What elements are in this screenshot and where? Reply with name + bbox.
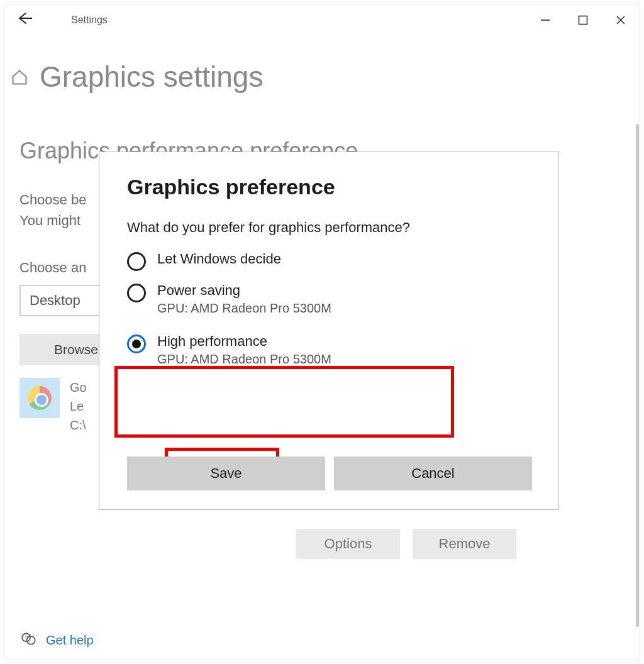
app-preference: Le: [70, 397, 87, 416]
svg-point-5: [27, 636, 35, 645]
radio-label: Power saving: [157, 282, 331, 299]
minimize-button[interactable]: [526, 8, 564, 33]
options-button[interactable]: Options: [296, 529, 400, 559]
close-button[interactable]: [602, 8, 640, 33]
desc-line-1: Choose be: [19, 192, 86, 208]
dropdown-value: Desktop: [30, 292, 80, 309]
app-name: Go: [70, 378, 87, 397]
radio-label: High performance: [157, 333, 331, 350]
svg-text:?: ?: [25, 634, 28, 641]
app-actions: Options Remove: [296, 529, 516, 559]
app-path: C:\: [70, 416, 87, 434]
radio-label: Let Windows decide: [157, 251, 281, 267]
dialog-title: Graphics preference: [127, 175, 531, 199]
svg-rect-1: [579, 16, 587, 25]
radio-power-saving[interactable]: Power saving GPU: AMD Radeon Pro 5300M: [127, 282, 531, 316]
radio-sublabel: GPU: AMD Radeon Pro 5300M: [157, 301, 331, 316]
radio-high-performance[interactable]: High performance GPU: AMD Radeon Pro 530…: [127, 333, 531, 367]
browse-button-label: Browse: [54, 342, 98, 357]
cancel-button-label: Cancel: [411, 465, 454, 482]
back-button[interactable]: [12, 11, 37, 30]
cancel-button[interactable]: Cancel: [334, 456, 532, 490]
get-help-link[interactable]: ? Get help: [21, 631, 94, 650]
settings-window: Settings Graphics settings Graphics perf…: [4, 4, 640, 660]
get-help-label[interactable]: Get help: [46, 633, 94, 648]
radio-sublabel: GPU: AMD Radeon Pro 5300M: [157, 352, 331, 367]
remove-button-label: Remove: [439, 536, 491, 552]
radio-group: Let Windows decide Power saving GPU: AMD…: [127, 251, 531, 367]
maximize-button[interactable]: [564, 8, 602, 33]
page-title: Graphics settings: [40, 60, 263, 94]
titlebar: Settings: [4, 4, 640, 36]
chrome-icon: [19, 378, 60, 418]
highlight-selected-option: [114, 366, 454, 438]
help-icon: ?: [21, 631, 37, 650]
window-title: Settings: [71, 14, 108, 26]
home-icon[interactable]: [11, 69, 28, 89]
dialog-question: What do you prefer for graphics performa…: [127, 219, 531, 236]
dialog-buttons: Save Cancel: [127, 456, 532, 490]
radio-icon-selected: [127, 335, 146, 353]
window-controls: [526, 8, 640, 33]
save-button-label: Save: [210, 465, 242, 482]
scrollbar[interactable]: [636, 124, 639, 627]
radio-icon: [127, 252, 146, 271]
app-info: Go Le C:\: [70, 378, 87, 434]
radio-let-windows-decide[interactable]: Let Windows decide: [127, 251, 531, 271]
remove-button[interactable]: Remove: [413, 529, 516, 559]
graphics-preference-dialog: Graphics preference What do you prefer f…: [99, 152, 559, 510]
options-button-label: Options: [325, 536, 372, 552]
radio-icon: [127, 284, 146, 302]
desc-line-2: You might: [19, 213, 80, 228]
save-button[interactable]: Save: [127, 456, 325, 490]
